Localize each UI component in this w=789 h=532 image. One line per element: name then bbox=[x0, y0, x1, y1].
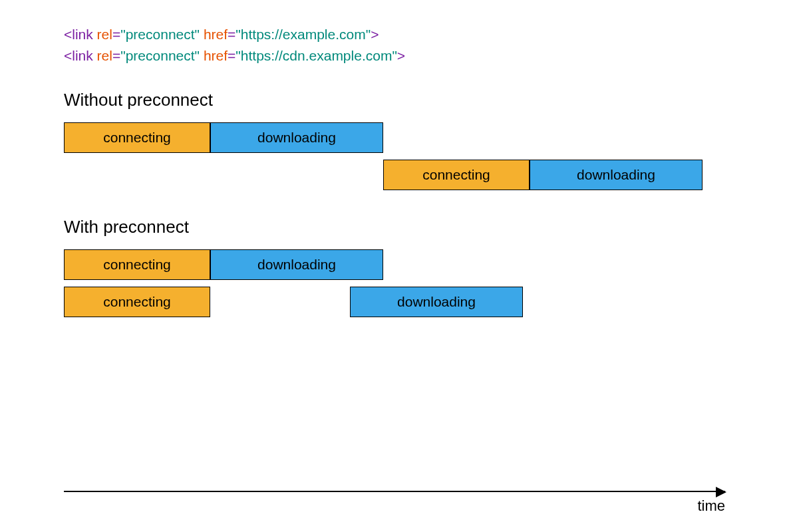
timeline-row: connectingdownloading bbox=[64, 249, 703, 280]
downloading-bar: downloading bbox=[530, 160, 703, 190]
attr-rel: rel bbox=[93, 27, 112, 42]
punct-eq: = bbox=[112, 27, 120, 42]
axis-label: time bbox=[697, 497, 725, 515]
connecting-bar: connecting bbox=[64, 249, 210, 280]
code-line-1: <link rel="preconnect" href="https://exa… bbox=[64, 24, 725, 45]
attr-href: href bbox=[200, 27, 228, 42]
tag-close: > bbox=[371, 27, 379, 42]
arrow-right-icon bbox=[716, 487, 726, 497]
val-href: "https://cdn.example.com" bbox=[236, 48, 397, 63]
time-axis: time bbox=[64, 491, 725, 492]
connecting-bar: connecting bbox=[64, 287, 210, 317]
tag-close: > bbox=[397, 48, 405, 63]
punct-eq: = bbox=[228, 48, 236, 63]
timeline-without: connectingdownloadingconnectingdownloadi… bbox=[64, 122, 703, 190]
timeline-with: connectingdownloadingconnectingdownloadi… bbox=[64, 249, 703, 317]
axis-line bbox=[64, 491, 725, 492]
heading-with-preconnect: With preconnect bbox=[64, 217, 725, 237]
timeline-row: connectingdownloading bbox=[64, 122, 703, 153]
code-snippet: <link rel="preconnect" href="https://exa… bbox=[64, 24, 725, 66]
punct-eq: = bbox=[112, 48, 120, 63]
timeline-row: connectingdownloading bbox=[64, 287, 703, 317]
tag-open: <link bbox=[64, 48, 93, 63]
timeline-row: connectingdownloading bbox=[64, 160, 703, 190]
heading-without-preconnect: Without preconnect bbox=[64, 90, 725, 110]
val-rel: "preconnect" bbox=[120, 48, 200, 63]
downloading-bar: downloading bbox=[210, 122, 383, 153]
attr-rel: rel bbox=[93, 48, 112, 63]
attr-href: href bbox=[200, 48, 228, 63]
tag-open: <link bbox=[64, 27, 93, 42]
punct-eq: = bbox=[228, 27, 236, 42]
val-href: "https://example.com" bbox=[236, 27, 371, 42]
connecting-bar: connecting bbox=[64, 122, 210, 153]
code-line-2: <link rel="preconnect" href="https://cdn… bbox=[64, 45, 725, 66]
connecting-bar: connecting bbox=[383, 160, 530, 190]
downloading-bar: downloading bbox=[210, 249, 383, 280]
downloading-bar: downloading bbox=[350, 287, 523, 317]
val-rel: "preconnect" bbox=[120, 27, 200, 42]
